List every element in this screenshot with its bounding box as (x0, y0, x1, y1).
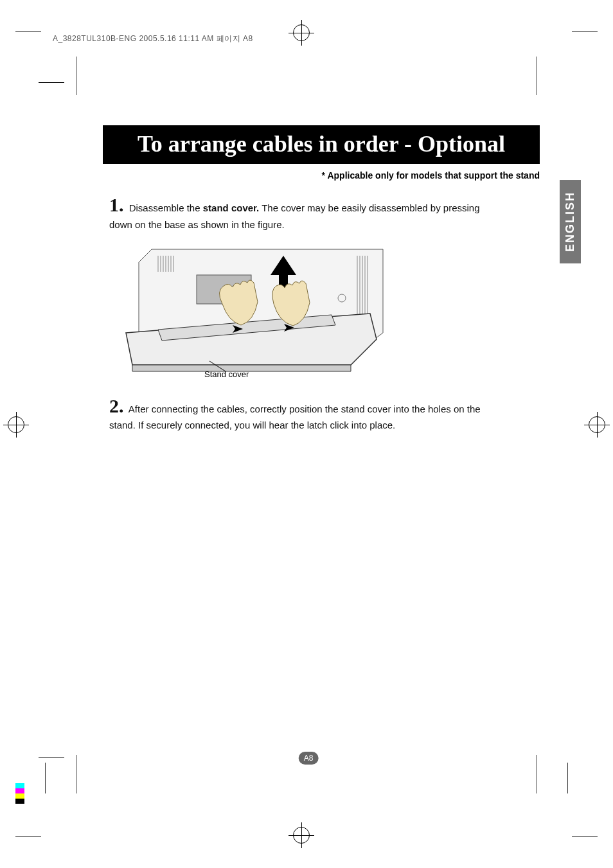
step-number: 1. (109, 194, 124, 215)
trim-line (567, 763, 568, 793)
step-number: 2. (109, 395, 124, 416)
step-1: 1. Disassemble the stand cover. The cove… (109, 192, 488, 231)
registration-mark (8, 416, 24, 433)
trim-line (76, 755, 76, 793)
registration-mark (293, 827, 310, 844)
crop-mark (39, 757, 64, 757)
crop-mark (39, 82, 64, 83)
applicability-note: * Applicable only for models that suppor… (103, 170, 540, 181)
language-tab: ENGLISH (560, 180, 581, 263)
crop-mark (572, 31, 598, 31)
figure-stand-cover: Stand cover (120, 243, 396, 378)
page-title: To arrange cables in order - Optional (103, 125, 540, 164)
diagram-icon (120, 243, 396, 378)
trim-line (76, 57, 76, 95)
figure-caption: Stand cover (204, 369, 249, 379)
print-header: A_3828TUL310B-ENG 2005.5.16 11:11 AM 페이지… (53, 33, 253, 44)
step-2: 2. After connecting the cables, correctl… (109, 393, 488, 432)
registration-mark (293, 24, 310, 41)
step-text-pre: Disassemble the (129, 202, 203, 213)
crop-mark (15, 837, 41, 837)
page-content: To arrange cables in order - Optional * … (77, 58, 540, 784)
crop-mark (15, 31, 41, 31)
step-text-bold: stand cover. (203, 202, 260, 213)
page-number: A8 (299, 752, 319, 765)
color-registration-bar (15, 783, 24, 804)
step-text: After connecting the cables, correctly p… (109, 403, 481, 431)
registration-mark (589, 416, 605, 433)
trim-line (45, 763, 46, 793)
crop-mark (572, 837, 598, 837)
